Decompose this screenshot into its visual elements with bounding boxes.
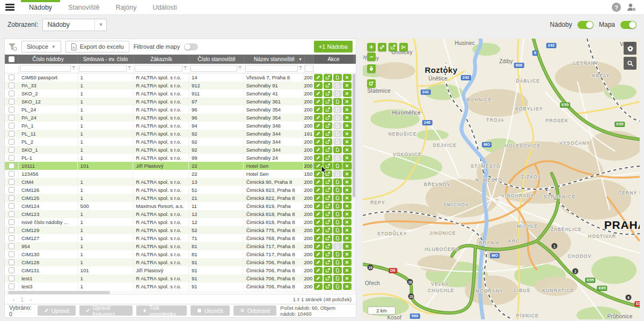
row-checkbox[interactable] xyxy=(5,98,19,106)
col-smlouva[interactable]: Smlouva - ev. číslo xyxy=(78,55,134,64)
row-checkbox[interactable] xyxy=(5,162,19,170)
row-checkbox[interactable] xyxy=(5,114,19,122)
row-delete-button[interactable] xyxy=(343,186,352,193)
tab-stanoviště[interactable]: Stanoviště xyxy=(60,0,107,15)
row-document-button[interactable] xyxy=(333,90,342,97)
row-edit-button[interactable] xyxy=(314,186,323,193)
row-delete-button[interactable] xyxy=(343,243,352,250)
row-open-button[interactable] xyxy=(324,178,332,185)
map-settings-button[interactable] xyxy=(624,42,636,55)
row-open-button[interactable] xyxy=(324,114,332,121)
vertical-scrollbar[interactable] xyxy=(352,73,356,290)
row-open-button[interactable] xyxy=(324,130,332,137)
row-checkbox[interactable] xyxy=(5,250,19,258)
table-row[interactable]: PL_21R ALTRA spol. s r.o.92Senohraby 344… xyxy=(5,138,352,146)
row-delete-button[interactable] xyxy=(343,203,352,210)
row-delete-button[interactable] xyxy=(343,154,352,161)
next-page-icon[interactable]: › xyxy=(26,296,35,303)
row-open-button[interactable] xyxy=(324,146,332,153)
row-document-button[interactable] xyxy=(333,98,342,105)
zoom-out-button[interactable]: − xyxy=(367,53,376,61)
view-select[interactable]: Nádoby ▼ xyxy=(42,19,107,31)
row-open-button[interactable] xyxy=(324,162,332,169)
user-settings-icon[interactable] xyxy=(626,3,636,12)
row-document-button[interactable] xyxy=(333,243,342,250)
row-delete-button[interactable] xyxy=(343,195,352,201)
row-checkbox[interactable] xyxy=(5,186,19,194)
row-edit-button[interactable] xyxy=(314,146,323,153)
table-row[interactable]: CIM1251R ALTRA spol. s r.o.21Čimická 822… xyxy=(5,194,352,202)
col-cislo-nadoby[interactable]: Číslo nádoby xyxy=(19,55,78,64)
row-delete-button[interactable] xyxy=(343,170,352,177)
row-open-button[interactable] xyxy=(324,203,332,210)
filter-input-objem[interactable] xyxy=(305,65,313,72)
draw-polygon-button[interactable] xyxy=(367,79,376,88)
table-row[interactable]: 12345622Hotel Sen150 xyxy=(5,170,352,178)
row-delete-button[interactable] xyxy=(343,98,352,105)
row-open-button[interactable] xyxy=(324,170,332,177)
filter-funnel-icon[interactable] xyxy=(71,66,76,71)
row-document-button[interactable] xyxy=(333,162,342,169)
filter-input-cislo-stanoviste[interactable] xyxy=(191,65,237,72)
table-row[interactable]: 10111101Jiří Plastový22Hotel Sen200 xyxy=(5,162,352,170)
row-checkbox[interactable] xyxy=(5,210,19,218)
row-edit-button[interactable] xyxy=(314,82,323,89)
finish-button[interactable]: Ukončit xyxy=(191,305,230,316)
row-checkbox[interactable] xyxy=(5,178,19,186)
row-open-button[interactable] xyxy=(324,74,332,81)
row-edit-button[interactable] xyxy=(314,90,323,97)
row-edit-button[interactable] xyxy=(314,74,323,81)
prev-page-icon[interactable]: ‹ xyxy=(9,296,18,303)
row-edit-button[interactable] xyxy=(314,195,323,201)
row-open-button[interactable] xyxy=(324,235,332,242)
row-checkbox[interactable] xyxy=(5,81,19,89)
row-open-button[interactable] xyxy=(324,275,332,282)
row-document-button[interactable] xyxy=(333,211,342,218)
table-row[interactable]: SKO_11R ALTRA spol. s r.o.92Senohraby 34… xyxy=(5,146,352,154)
page-number[interactable]: 1 xyxy=(18,296,26,303)
table-row[interactable]: PL_111R ALTRA spol. s r.o.92Senohraby 34… xyxy=(5,130,352,138)
table-row[interactable]: PA_331R ALTRA spol. s r.o.912Senohraby 9… xyxy=(5,81,352,89)
row-edit-button[interactable] xyxy=(314,114,323,121)
row-open-button[interactable] xyxy=(324,186,332,193)
row-edit-button[interactable] xyxy=(314,275,323,282)
row-delete-button[interactable] xyxy=(343,178,352,185)
row-delete-button[interactable] xyxy=(343,82,352,89)
export-excel-button[interactable]: Export do excelu xyxy=(65,41,129,53)
row-document-button[interactable] xyxy=(333,275,342,282)
row-delete-button[interactable] xyxy=(343,259,352,266)
table-row[interactable]: CIM124500Maximus Resort, a.s.11Čimická 8… xyxy=(5,202,352,210)
row-edit-button[interactable] xyxy=(314,154,323,161)
cut-region-button[interactable] xyxy=(399,43,408,51)
filter-funnel-icon[interactable] xyxy=(127,66,132,71)
row-document-button[interactable] xyxy=(333,251,342,258)
open-external-button[interactable] xyxy=(389,43,397,51)
table-row[interactable]: 9541R ALTRA spol. s r.o.81Čimická 717, P… xyxy=(5,242,352,250)
row-open-button[interactable] xyxy=(324,267,332,274)
table-row[interactable]: CIM1301R ALTRA spol. s r.o.81Čimická 717… xyxy=(5,250,352,258)
row-document-button[interactable] xyxy=(333,74,342,81)
row-delete-button[interactable] xyxy=(343,235,352,242)
table-row[interactable]: CIM41R ALTRA spol. s r.o.13Čimická 90, P… xyxy=(5,178,352,186)
row-edit-button[interactable] xyxy=(314,170,323,177)
table-row[interactable]: CIM1281R ALTRA spol. s r.o.91Čimická 706… xyxy=(5,258,352,266)
menu-icon[interactable] xyxy=(5,4,14,11)
table-row[interactable]: PA_241R ALTRA spol. s r.o.96Senohraby 35… xyxy=(5,114,352,122)
row-document-button[interactable] xyxy=(333,219,342,226)
row-open-button[interactable] xyxy=(324,138,332,145)
row-edit-button[interactable] xyxy=(314,138,323,145)
row-open-button[interactable] xyxy=(324,106,332,113)
toggle-mapa[interactable] xyxy=(620,21,636,29)
columns-button[interactable]: Sloupce▼ xyxy=(21,41,61,53)
filter-funnel-icon[interactable] xyxy=(183,66,188,71)
table-row[interactable]: test11R ALTRA spol. s r.o.91Čimická 706,… xyxy=(5,274,352,282)
row-checkbox[interactable] xyxy=(5,274,19,282)
row-edit-button[interactable] xyxy=(314,283,323,290)
tab-nádoby[interactable]: Nádoby xyxy=(21,0,60,15)
row-edit-button[interactable] xyxy=(314,178,323,185)
row-edit-button[interactable] xyxy=(314,227,323,234)
row-delete-button[interactable] xyxy=(343,74,352,81)
row-delete-button[interactable] xyxy=(343,122,352,129)
row-delete-button[interactable] xyxy=(343,283,352,290)
table-row[interactable]: CIM50 passport1R ALTRA spol. s r.o.14Vře… xyxy=(5,73,352,81)
